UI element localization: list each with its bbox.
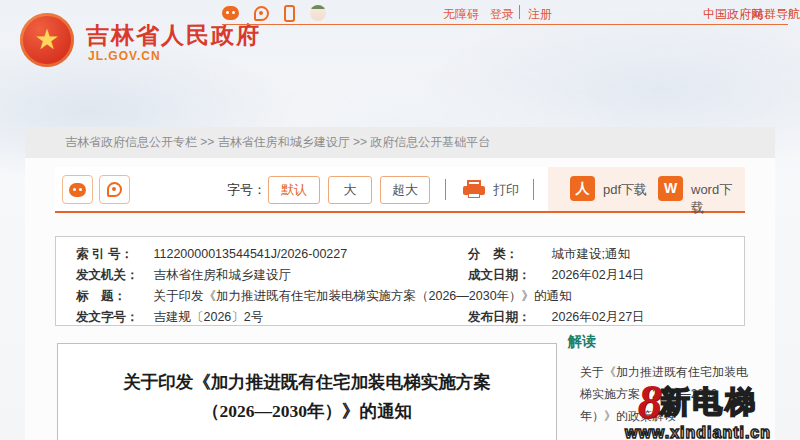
site-domain: JL.GOV.CN: [88, 49, 161, 63]
toolbar-divider: [445, 179, 446, 200]
category-label: 分 类：: [468, 244, 548, 265]
toolbar-divider: [533, 179, 534, 200]
mascot-icon[interactable]: [310, 5, 326, 21]
title-label: 标 题：: [76, 286, 150, 307]
table-row: 标 题： 关于印发《加力推进既有住宅加装电梯实施方案（2026—2030年）》的…: [76, 286, 728, 307]
font-size-label: 字号：: [227, 181, 266, 199]
doc-number-label: 发文字号：: [76, 307, 150, 328]
pdf-download-button[interactable]: pdf下载: [603, 181, 647, 199]
header-divider-line: [222, 24, 788, 25]
weibo-icon[interactable]: [254, 6, 269, 21]
font-size-large-button[interactable]: 大: [328, 176, 372, 204]
word-icon[interactable]: W: [658, 176, 683, 201]
font-size-default-button[interactable]: 默认: [268, 176, 320, 204]
title-value: 关于印发《加力推进既有住宅加装电梯实施方案（2026—2030年）》的通知: [153, 289, 571, 303]
mobile-icon[interactable]: [284, 5, 295, 22]
table-row: 索 引 号： 11220000013544541J/2026-00227 分 类…: [76, 244, 728, 265]
national-emblem-logo: ★: [20, 13, 74, 67]
watermark-brand-text: 新电梯: [660, 382, 759, 423]
article-toolbar: 字号： 默认 大 超大 打印 人 pdf下载 W word下载: [55, 167, 745, 213]
document-metadata-table: 索 引 号： 11220000013544541J/2026-00227 分 类…: [55, 236, 745, 326]
watermark-logo-icon: 8: [638, 378, 662, 426]
document-title: 关于印发《加力推进既有住宅加装电梯实施方案（2026—2030年）》的通知: [100, 368, 514, 426]
issuing-agency-value: 吉林省住房和城乡建设厅: [153, 268, 291, 282]
written-date-value: 2026年02月14日: [551, 268, 644, 282]
index-number-value: 11220000013544541J/2026-00227: [153, 247, 347, 261]
printer-icon[interactable]: [463, 180, 485, 198]
register-link[interactable]: 注册: [528, 6, 552, 23]
document-body: 关于印发《加力推进既有住宅加装电梯实施方案（2026—2030年）》的通知 吉建…: [57, 343, 557, 440]
emblem-star-icon: ★: [34, 26, 59, 54]
doc-number-value: 吉建规〔2026〕2号: [153, 310, 263, 324]
category-value: 城市建设;通知: [551, 247, 629, 261]
table-row: 发文机关： 吉林省住房和城乡建设厅 成文日期： 2026年02月14日: [76, 265, 728, 286]
wechat-icon: [69, 183, 86, 197]
page: ★ 吉林省人民政府 JL.GOV.CN 无障碍 登录 注册 中国政府网 站群导航…: [0, 0, 800, 440]
header-social-icons: [222, 4, 326, 22]
table-row: 发文字号： 吉建规〔2026〕2号 发布日期： 2026年02月27日: [76, 307, 728, 328]
site-group-nav-link[interactable]: 站群导航: [752, 6, 800, 23]
accessibility-link[interactable]: 无障碍: [443, 6, 479, 23]
issuing-agency-label: 发文机关：: [76, 265, 150, 286]
login-register-divider: [519, 5, 520, 19]
share-wechat-button[interactable]: [62, 175, 93, 204]
publish-date-value: 2026年02月27日: [551, 310, 644, 324]
breadcrumb[interactable]: 吉林省政府信息公开专栏 >> 吉林省住房和城乡建设厅 >> 政府信息公开基础平台: [25, 127, 775, 158]
pdf-icon[interactable]: 人: [570, 176, 595, 201]
weibo-icon: [107, 182, 122, 197]
index-number-label: 索 引 号：: [76, 244, 150, 265]
publish-date-label: 发布日期：: [468, 307, 548, 328]
word-download-button[interactable]: word下载: [691, 181, 745, 217]
print-button[interactable]: 打印: [493, 181, 519, 199]
share-weibo-button[interactable]: [99, 175, 130, 204]
interpretation-heading: 解读: [568, 333, 748, 351]
login-link[interactable]: 登录: [490, 6, 514, 23]
font-size-xlarge-button[interactable]: 超大: [380, 176, 430, 204]
written-date-label: 成文日期：: [468, 265, 548, 286]
xindianti-watermark: 8 新电梯 www.xindianti.cn: [596, 378, 800, 440]
watermark-url: www.xindianti.cn: [596, 424, 800, 440]
wechat-icon[interactable]: [222, 6, 239, 20]
